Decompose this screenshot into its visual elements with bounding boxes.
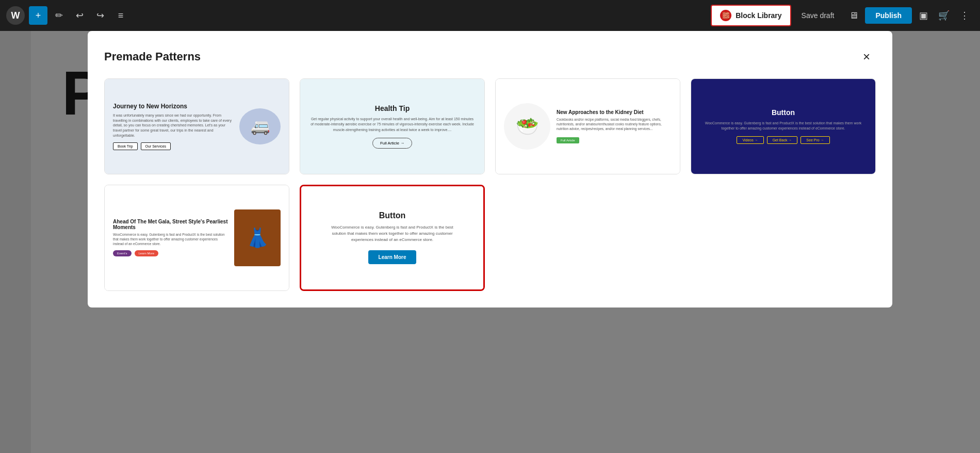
- pattern-preview-style6: Journey to New Horizons It was unfortuna…: [105, 79, 289, 174]
- undo-icon: ↩: [76, 10, 84, 21]
- options-button[interactable]: ⋮: [955, 6, 974, 25]
- close-icon: ×: [863, 50, 870, 64]
- pattern-card-style5: Health Tip Get regular physical activity…: [300, 78, 485, 174]
- empty-slot-4: [691, 185, 876, 291]
- preview-style3-body: WooCommerce is easy. Gutenberg is fast a…: [701, 121, 865, 131]
- pattern-grid-row1: Journey to New Horizons It was unfortuna…: [104, 78, 876, 174]
- woo-icon: 🛒: [938, 10, 950, 21]
- undo-button[interactable]: ↩: [70, 6, 89, 25]
- preview-style4-content: New Approaches to the Kidney Diet Cookbo…: [557, 109, 672, 143]
- pattern-preview-style3: Button WooCommerce is easy. Gutenberg is…: [691, 79, 875, 174]
- preview-style2-buttons: Event's Learn More: [113, 250, 228, 256]
- block-library-label: Block Library: [736, 11, 781, 20]
- preview-style6-buttons: Book Trip Our Services: [113, 142, 234, 150]
- wp-logo[interactable]: W: [6, 6, 25, 25]
- block-library-icon: 🧱: [720, 10, 731, 21]
- preview-style5-title: Health Tip: [375, 104, 410, 112]
- modal-header: Premade Patterns ×: [104, 47, 876, 66]
- preview-style4-image: 🥗: [504, 103, 550, 150]
- preview-style2-content: Ahead Of The Met Gala, Street Style's Pe…: [113, 219, 228, 256]
- pattern-footer-style1: Button #Style 1 Import: [301, 289, 483, 291]
- pattern-grid-row2: Ahead Of The Met Gala, Street Style's Pe…: [104, 185, 876, 291]
- woo-button[interactable]: 🛒: [935, 6, 953, 25]
- preview-style2-image: 👗: [234, 209, 281, 266]
- preview-style3-btn3: See Pro →: [801, 136, 829, 144]
- pattern-card-style1: Button WooCommerce is easy. Gutenberg is…: [300, 185, 485, 291]
- pencil-icon: ✏: [55, 10, 63, 21]
- pattern-preview-style2: Ahead Of The Met Gala, Street Style's Pe…: [105, 185, 289, 290]
- modal-title: Premade Patterns: [104, 50, 201, 63]
- pattern-card-style3: Button WooCommerce is easy. Gutenberg is…: [691, 78, 876, 174]
- sidebar-toggle-button[interactable]: ▣: [914, 6, 933, 25]
- view-button[interactable]: 🖥: [844, 6, 863, 25]
- preview-style4-title: New Approaches to the Kidney Diet: [557, 109, 672, 115]
- preview-style2-title: Ahead Of The Met Gala, Street Style's Pe…: [113, 219, 228, 230]
- pattern-preview-style5: Health Tip Get regular physical activity…: [300, 79, 484, 174]
- preview-style6-image: 🚐: [239, 108, 281, 144]
- pattern-preview-style4: 🥗 New Approaches to the Kidney Diet Cook…: [496, 79, 680, 174]
- preview-style2-btn1: Event's: [113, 250, 132, 256]
- preview-style2-body: WooCommerce is easy. Gutenberg is fast a…: [113, 232, 228, 246]
- preview-style6-btn2: Our Services: [141, 142, 171, 150]
- modal-overlay: Premade Patterns × Journey to New Horizo…: [0, 0, 980, 453]
- pattern-card-style2: Ahead Of The Met Gala, Street Style's Pe…: [104, 185, 289, 291]
- main-toolbar: W + ✏ ↩ ↪ ≡ 🧱 Block Library Save draft 🖥…: [0, 0, 980, 31]
- preview-style6-body: It was unfortunately many years since we…: [113, 113, 234, 138]
- block-library-button[interactable]: 🧱 Block Library: [711, 5, 791, 26]
- pencil-button[interactable]: ✏: [50, 6, 68, 25]
- list-icon: ≡: [118, 10, 124, 21]
- preview-style4-btn: Full Article: [557, 137, 579, 143]
- pattern-card-style4: 🥗 New Approaches to the Kidney Diet Cook…: [495, 78, 680, 174]
- add-icon: +: [36, 10, 41, 21]
- list-view-button[interactable]: ≡: [111, 6, 130, 25]
- preview-style6-btn1: Book Trip: [113, 142, 138, 150]
- preview-style5-btn: Full Article →: [372, 138, 412, 149]
- pattern-footer-style4: Button #Style 4 Import: [496, 174, 680, 174]
- preview-style6-title: Journey to New Horizons: [113, 103, 234, 110]
- preview-style3-btn2: Get Back →: [767, 136, 798, 144]
- pattern-footer-style6: Button #Style 6 Import: [105, 174, 289, 174]
- sidebar-icon: ▣: [919, 10, 928, 21]
- redo-button[interactable]: ↪: [91, 6, 109, 25]
- preview-style3-title: Button: [772, 108, 795, 117]
- preview-style6-content: Journey to New Horizons It was unfortuna…: [113, 103, 234, 150]
- preview-style1-title: Button: [379, 211, 406, 220]
- modal-close-button[interactable]: ×: [857, 47, 876, 66]
- pattern-preview-style1: Button WooCommerce is easy. Gutenberg is…: [301, 186, 483, 289]
- premade-patterns-modal: Premade Patterns × Journey to New Horizo…: [88, 31, 892, 308]
- preview-style5-body: Get regular physical activity to support…: [311, 117, 474, 133]
- save-draft-button[interactable]: Save draft: [793, 7, 843, 24]
- preview-style3-btn1: Videos →: [737, 136, 763, 144]
- preview-style1-btn: Learn More: [368, 250, 417, 264]
- pattern-footer-style2: Button #Style 2 Import: [105, 290, 289, 291]
- view-icon: 🖥: [849, 10, 858, 21]
- preview-style4-body: Cookbooks and/or recipe platforms, socia…: [557, 117, 672, 131]
- pattern-footer-style5: Button #Style 5 Import: [300, 174, 484, 174]
- preview-style2-btn2: Learn More: [135, 250, 159, 256]
- preview-style1-body: WooCommerce is easy. Gutenberg is fast a…: [325, 224, 460, 243]
- options-icon: ⋮: [960, 10, 969, 21]
- wp-logo-text: W: [11, 10, 20, 21]
- publish-button[interactable]: Publish: [865, 7, 912, 24]
- redo-icon: ↪: [96, 10, 104, 21]
- add-block-button[interactable]: +: [29, 6, 47, 25]
- pattern-card-style6: Journey to New Horizons It was unfortuna…: [104, 78, 289, 174]
- empty-slot-3: [495, 185, 680, 291]
- pattern-footer-style3: Button #Style 3 Import: [691, 174, 875, 174]
- preview-style3-buttons: Videos → Get Back → See Pro →: [737, 136, 829, 144]
